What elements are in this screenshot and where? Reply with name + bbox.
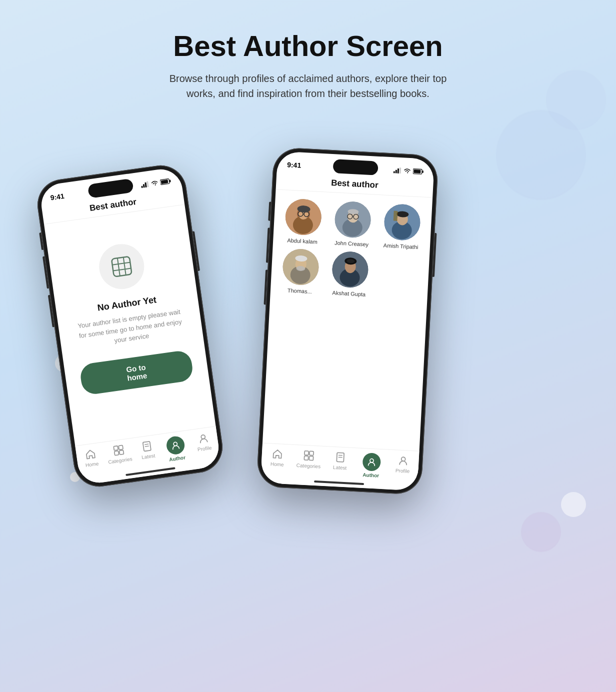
nav-item-latest-right[interactable]: Latest <box>324 450 356 471</box>
profile-icon-right <box>397 454 410 466</box>
author-avatar-0 <box>284 198 322 236</box>
nav-item-profile-right[interactable]: Profile <box>386 454 419 474</box>
author-item-2[interactable]: Amish Tripathi <box>378 203 426 250</box>
author-name-3: Thomas... <box>288 287 312 294</box>
book-icon <box>140 440 154 453</box>
svg-rect-6 <box>161 180 168 184</box>
author-item-4[interactable]: Akshat Gupta <box>326 250 374 298</box>
book-icon-right <box>334 451 346 464</box>
nav-label-profile-right: Profile <box>396 468 410 474</box>
svg-point-20 <box>200 434 205 439</box>
status-icons-left <box>140 178 172 188</box>
svg-line-18 <box>145 446 149 446</box>
dynamic-island-right <box>332 159 378 176</box>
svg-line-17 <box>144 444 148 444</box>
empty-description: Your author list is empty please wait fo… <box>73 306 188 350</box>
page-subtitle: Browse through profiles of acclaimed aut… <box>168 71 448 101</box>
author-name-1: John Creasey <box>334 240 368 248</box>
svg-rect-2 <box>144 182 146 188</box>
empty-state: No Author Yet Your author list is empty … <box>44 204 211 412</box>
signal-icon-right <box>394 167 402 174</box>
author-active-icon-right <box>362 452 381 472</box>
nav-item-categories-right[interactable]: Categories <box>292 449 325 470</box>
nav-label-author-right: Author <box>362 472 379 478</box>
nav-label-categories-right: Categories <box>296 462 320 470</box>
svg-rect-59 <box>310 451 314 455</box>
go-home-button[interactable]: Go to home <box>79 349 194 396</box>
wifi-icon <box>150 180 159 186</box>
nav-item-author-right[interactable]: Author <box>355 452 388 478</box>
bottom-nav-left: Home Categories Latest <box>75 426 221 486</box>
svg-rect-1 <box>143 184 145 188</box>
svg-line-10 <box>118 258 120 276</box>
nav-item-home-left[interactable]: Home <box>76 446 107 469</box>
svg-point-66 <box>401 457 405 461</box>
nav-item-latest-left[interactable]: Latest <box>132 438 163 462</box>
svg-line-9 <box>113 268 131 270</box>
phone-right-screen: 9:41 <box>260 151 434 491</box>
grid-icon-right <box>302 450 315 462</box>
author-avatar-4 <box>332 250 370 288</box>
svg-rect-22 <box>396 170 397 173</box>
author-active-icon <box>166 435 186 456</box>
phones-area: 9:41 <box>0 121 616 596</box>
empty-icon-bg <box>96 241 147 292</box>
svg-rect-47 <box>393 210 398 220</box>
page-title: Best Author Screen <box>0 30 616 62</box>
author-name-2: Amish Tripathi <box>384 242 418 250</box>
svg-rect-60 <box>304 456 308 460</box>
svg-point-65 <box>370 458 374 462</box>
author-name-4: Akshat Gupta <box>332 290 366 297</box>
nav-item-home-right[interactable]: Home <box>262 447 294 468</box>
svg-rect-24 <box>400 168 402 174</box>
svg-rect-61 <box>310 456 314 460</box>
author-item-0[interactable]: Abdul kalam <box>279 198 328 246</box>
status-icons-right <box>394 167 424 174</box>
battery-icon-right <box>413 168 424 174</box>
phone-left: 9:41 <box>34 162 226 490</box>
author-avatar-1 <box>334 200 372 238</box>
grid-icon <box>112 444 126 457</box>
nav-label-categories-left: Categories <box>108 456 132 465</box>
table-icon <box>109 254 134 279</box>
author-avatar-2 <box>383 203 421 241</box>
author-item-3[interactable]: Thomas... <box>276 248 325 295</box>
svg-rect-26 <box>422 170 424 173</box>
author-item-1[interactable]: John Creasey <box>328 200 377 248</box>
nav-label-profile-left: Profile <box>197 445 212 452</box>
empty-title: No Author Yet <box>96 294 157 313</box>
signal-icon <box>140 181 150 188</box>
svg-rect-3 <box>146 181 149 187</box>
wifi-icon-right <box>404 168 412 174</box>
svg-rect-27 <box>414 170 420 174</box>
status-time-right: 9:41 <box>287 160 302 169</box>
nav-label-latest-right: Latest <box>333 464 347 470</box>
home-icon-right <box>272 448 284 460</box>
svg-rect-15 <box>120 450 124 454</box>
svg-rect-58 <box>304 451 308 455</box>
svg-point-19 <box>173 442 177 446</box>
svg-line-8 <box>112 262 130 265</box>
profile-icon <box>196 432 210 445</box>
page-header: Best Author Screen Browse through profil… <box>0 0 616 111</box>
author-grid: Abdul kalam <box>270 190 432 308</box>
svg-rect-21 <box>394 171 395 173</box>
svg-rect-7 <box>112 256 132 277</box>
author-avatar-3 <box>282 248 320 286</box>
phone-left-screen: 9:41 <box>38 166 221 486</box>
svg-rect-13 <box>118 445 123 450</box>
nav-label-home-right: Home <box>270 461 284 467</box>
nav-label-home-left: Home <box>85 460 99 468</box>
nav-item-profile-left[interactable]: Profile <box>188 430 220 454</box>
author-name-0: Abdul kalam <box>287 237 318 244</box>
battery-icon <box>160 178 172 186</box>
home-icon <box>84 448 98 461</box>
svg-line-11 <box>124 257 126 275</box>
nav-item-categories-left[interactable]: Categories <box>104 442 135 466</box>
svg-rect-23 <box>398 168 400 174</box>
phone-right: 9:41 <box>256 147 438 495</box>
nav-label-latest-left: Latest <box>141 452 156 460</box>
svg-rect-0 <box>141 186 143 188</box>
nav-item-author-left[interactable]: Author <box>160 434 192 463</box>
nav-label-author-left: Author <box>169 454 186 462</box>
